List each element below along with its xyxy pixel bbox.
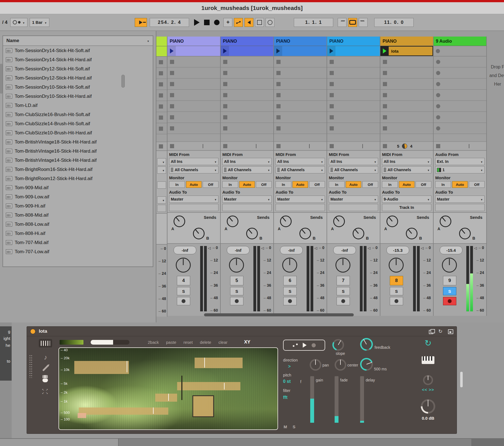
solo-button[interactable]: S	[177, 287, 190, 295]
clip-slot[interactable]	[274, 112, 327, 123]
monitor-off-button[interactable]: Off	[469, 181, 485, 188]
track-activator-button[interactable]: 4	[177, 276, 190, 285]
monitor-in-button[interactable]: In	[222, 181, 238, 188]
time-signature[interactable]: / 4	[2, 20, 7, 25]
track-header[interactable]: PIANO	[167, 37, 220, 46]
clip-stop-row[interactable]	[274, 142, 327, 151]
device-record-icon[interactable]	[312, 343, 316, 347]
sub-routing-box[interactable]	[276, 204, 325, 211]
file-list-item[interactable]: Tom-BritishVintage18-Stick-Hit-Hard.aif	[3, 137, 153, 147]
arrangement-position[interactable]: 254. 2. 4	[150, 18, 189, 27]
clip-slot[interactable]	[156, 101, 167, 112]
channel-select[interactable]: All Channels	[382, 166, 431, 173]
track-activator-button[interactable]: 6	[283, 276, 297, 285]
clip-slot[interactable]	[167, 123, 220, 134]
mute-button[interactable]: M	[284, 424, 287, 429]
clip-slot[interactable]	[274, 101, 327, 112]
track-activator-button[interactable]: 8	[390, 276, 403, 285]
keyboard-icon[interactable]	[422, 356, 434, 364]
grain-region[interactable]	[78, 413, 86, 418]
save-preset-icon[interactable]	[448, 329, 453, 334]
input-select[interactable]	[157, 158, 166, 165]
drop-files-area[interactable]: Drop F and Dev Her	[487, 37, 504, 88]
clip-slot[interactable]	[221, 57, 273, 68]
monitor-off-button[interactable]: Off	[256, 181, 272, 188]
arm-button[interactable]	[390, 297, 403, 305]
clip-stop-row[interactable]	[221, 142, 273, 151]
solo-button[interactable]: S	[443, 287, 456, 295]
clip-slot[interactable]	[327, 68, 380, 79]
clip-slot-with-clip[interactable]	[221, 46, 273, 57]
device-on-button[interactable]	[30, 329, 35, 334]
clip-slot-playing[interactable]: Iota	[380, 46, 433, 57]
file-list-item[interactable]: Tom-909-Mid.aif	[3, 183, 153, 192]
clip-slot[interactable]	[167, 57, 220, 68]
volume-display[interactable]: -Inf	[227, 246, 250, 254]
pencil-tool-icon[interactable]	[42, 365, 49, 371]
loop-button[interactable]	[348, 18, 357, 27]
file-list-item[interactable]: Tom-SessionDry10-Stick-Hit-Hard.aif	[3, 92, 153, 101]
clip-slot[interactable]	[167, 90, 220, 101]
clip-stop-row[interactable]: 5 4	[380, 142, 433, 151]
pitch-value[interactable]: 0 st	[283, 379, 291, 384]
clip-launch-button[interactable]	[274, 46, 282, 56]
send-b-knob[interactable]	[353, 228, 364, 239]
track-header[interactable]: PIANO	[221, 37, 273, 46]
arm-button[interactable]	[337, 297, 350, 305]
send-a-knob[interactable]	[174, 216, 185, 227]
solo-button-device[interactable]: S	[293, 424, 296, 429]
quantization-menu[interactable]: 1 Bar	[30, 18, 49, 27]
clip-stop-row[interactable]	[156, 142, 167, 151]
send-b-knob[interactable]	[299, 228, 311, 239]
clip-slot[interactable]	[327, 90, 380, 101]
monitor-auto-button[interactable]: Auto	[292, 181, 308, 188]
send-a-knob[interactable]	[333, 216, 345, 227]
center-knob[interactable]	[335, 359, 346, 371]
pan-knob[interactable]	[389, 258, 404, 273]
nudge-knob[interactable]	[423, 375, 433, 385]
clip-slot[interactable]	[156, 68, 167, 79]
nudge-label[interactable]: << >>	[422, 387, 434, 392]
output-select[interactable]: Master	[329, 196, 378, 203]
clip-slot-record-button[interactable]	[434, 46, 442, 56]
clip-slot[interactable]	[380, 79, 433, 90]
input-select[interactable]: All Ins	[222, 158, 272, 165]
monitor-in-button[interactable]: In	[276, 181, 291, 188]
clip-slot[interactable]	[221, 90, 273, 101]
sub-routing-box[interactable]	[157, 205, 166, 212]
draw-mode-button[interactable]	[255, 18, 264, 27]
envelope-icon[interactable]	[293, 344, 298, 347]
pan-knob-device[interactable]	[310, 359, 321, 371]
delete-button[interactable]: delete	[200, 340, 211, 345]
monitor-in-button[interactable]: In	[435, 181, 451, 188]
feedback-knob[interactable]	[360, 338, 373, 351]
gain-slider[interactable]	[310, 376, 314, 423]
pan-knob[interactable]	[335, 258, 350, 273]
arm-button[interactable]	[283, 297, 297, 305]
monitor-buttons[interactable]	[157, 181, 166, 189]
clip-slot[interactable]	[380, 68, 433, 79]
session-horizontal-scrollbar[interactable]	[204, 313, 354, 316]
reset-button[interactable]: reset	[184, 340, 193, 345]
clip-stop-row[interactable]	[327, 142, 380, 151]
clip-slot[interactable]	[167, 68, 220, 79]
loop-length-display[interactable]: 11. 0. 0	[374, 18, 414, 27]
file-list-item[interactable]: Tom-BritishVintage14-Stick-Hit-Hard.aif	[3, 156, 153, 165]
metronome-menu[interactable]	[10, 18, 27, 27]
file-list-item[interactable]: Tom-ClubSizzle16-Brush-Hit-Soft.aif	[3, 110, 153, 119]
device-play-icon[interactable]	[303, 343, 307, 348]
track-header[interactable]: PIANO	[380, 37, 433, 46]
file-list-item[interactable]: Tom-SessionDry14-Stick-Hit-Soft.aif	[3, 46, 153, 55]
filter-caret-icon[interactable]	[147, 38, 149, 43]
browser-scrollbar[interactable]	[0, 64, 2, 94]
sub-routing-box[interactable]: Track In	[382, 204, 431, 211]
monitor-auto-button[interactable]: Auto	[452, 181, 468, 188]
track-header[interactable]: PIANO	[274, 37, 327, 46]
file-list-item[interactable]: Tom-ClubSizzle14-Brush-Hit-Soft.aif	[3, 119, 153, 128]
clip-slot[interactable]	[434, 46, 486, 57]
clip-slot[interactable]	[434, 79, 486, 90]
volume-display[interactable]: -Inf	[174, 246, 196, 254]
send-a-knob[interactable]	[280, 216, 292, 227]
clip-slot[interactable]	[327, 123, 380, 134]
volume-display[interactable]: -15.3	[386, 246, 409, 254]
